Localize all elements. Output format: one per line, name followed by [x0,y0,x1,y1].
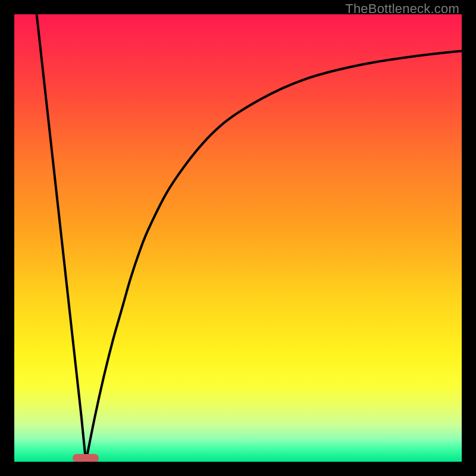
watermark-text: TheBottleneck.com [345,1,459,17]
curves-svg [14,14,462,462]
plot-area [14,14,462,462]
minimum-marker [73,454,99,462]
curve-descending [37,14,86,462]
chart-frame: TheBottleneck.com [0,0,476,476]
curve-ascending [86,51,462,462]
